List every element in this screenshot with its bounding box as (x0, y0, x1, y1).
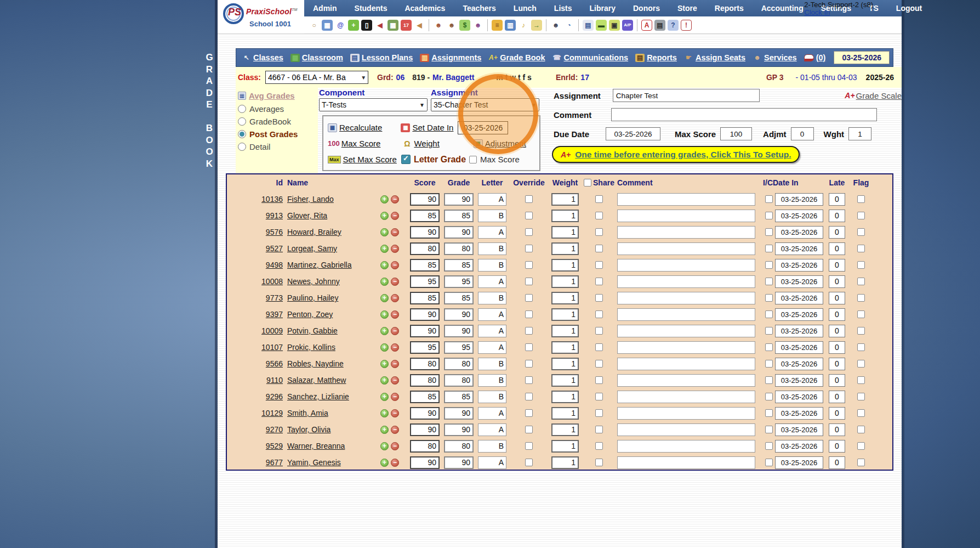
letter-input[interactable] (478, 358, 506, 370)
subtract-points-icon[interactable]: − (391, 459, 399, 467)
sound-icon[interactable]: ◀ (374, 20, 385, 31)
ic-checkbox[interactable] (765, 294, 773, 302)
letter-input[interactable] (478, 325, 506, 337)
ic-checkbox[interactable] (765, 310, 773, 318)
subtract-points-icon[interactable]: − (391, 212, 399, 220)
ic-checkbox[interactable] (765, 393, 773, 400)
student-name-link[interactable]: Salazar, Matthew (287, 376, 346, 385)
add-points-icon[interactable]: + (380, 212, 389, 220)
flag-checkbox[interactable] (857, 393, 865, 400)
student-name-link[interactable]: Smith, Amia (287, 409, 328, 417)
comment-input[interactable] (617, 242, 755, 255)
flag-checkbox[interactable] (857, 409, 865, 417)
student-name-link[interactable]: Sanchez, Lizlianie (287, 392, 349, 401)
student-id-link[interactable]: 9677 (266, 458, 283, 467)
share-checkbox[interactable] (595, 261, 603, 269)
score-input[interactable] (410, 358, 440, 370)
score-input[interactable] (410, 407, 440, 420)
grade-input[interactable] (444, 456, 474, 469)
nav-reports[interactable]: ▤Reports (635, 53, 677, 62)
radio-button[interactable] (238, 117, 246, 126)
score-input[interactable] (410, 325, 440, 337)
comment-input[interactable] (617, 226, 755, 239)
grade-input[interactable] (444, 440, 474, 453)
ic-checkbox[interactable] (765, 212, 773, 219)
ic-checkbox[interactable] (765, 327, 773, 335)
weight-input[interactable] (551, 242, 579, 255)
date-in-input[interactable] (775, 374, 823, 387)
override-checkbox[interactable] (525, 294, 533, 302)
add-points-icon[interactable]: + (380, 195, 389, 204)
add-points-icon[interactable]: + (380, 294, 389, 302)
chat-icon[interactable]: + (348, 20, 359, 31)
subtract-points-icon[interactable]: − (391, 327, 399, 335)
flag-checkbox[interactable] (857, 442, 865, 450)
student-id-link[interactable]: 10129 (261, 409, 283, 417)
override-checkbox[interactable] (525, 310, 533, 318)
override-checkbox[interactable] (525, 376, 533, 384)
flag-checkbox[interactable] (857, 360, 865, 368)
student-id-link[interactable]: 9773 (266, 293, 283, 302)
lunch-icon[interactable]: ≡ (492, 20, 503, 31)
top-nav-lunch[interactable]: Lunch (505, 0, 545, 16)
flag-checkbox[interactable] (857, 245, 865, 252)
date-in-input[interactable] (775, 292, 823, 304)
override-checkbox[interactable] (525, 261, 533, 269)
add-points-icon[interactable]: + (380, 343, 389, 352)
phone-icon[interactable]: ▯ (361, 20, 372, 31)
letter-input[interactable] (478, 341, 506, 354)
adjustment-link[interactable]: Adjustment (485, 139, 526, 148)
weight-input[interactable] (551, 226, 579, 239)
add-points-icon[interactable]: + (380, 278, 389, 286)
student-name-link[interactable]: Taylor, Olivia (287, 425, 331, 434)
component-select[interactable]: T-Tests▼ (319, 98, 428, 111)
share-checkbox[interactable] (595, 327, 603, 335)
send-note-icon[interactable]: → (531, 20, 542, 31)
comment-input[interactable] (617, 292, 755, 304)
subtract-points-icon[interactable]: − (391, 442, 399, 450)
share-checkbox[interactable] (595, 228, 603, 236)
grade-input[interactable] (444, 308, 474, 321)
flag-checkbox[interactable] (857, 459, 865, 466)
weight-input[interactable] (551, 407, 579, 420)
late-input[interactable] (829, 275, 845, 288)
share-checkbox[interactable] (595, 310, 603, 318)
letter-input[interactable] (478, 374, 506, 387)
score-input[interactable] (410, 374, 440, 387)
nav-classes[interactable]: ↖Classes (242, 53, 283, 62)
student-name-link[interactable]: Prokic, Kollins (287, 343, 335, 352)
subtract-points-icon[interactable]: − (391, 343, 399, 352)
subtract-points-icon[interactable]: − (391, 245, 399, 253)
grade-input[interactable] (444, 275, 474, 288)
late-input[interactable] (829, 341, 845, 354)
share-checkbox[interactable] (595, 245, 603, 252)
grade-input[interactable] (444, 210, 474, 222)
family-icon[interactable]: ☻ (472, 20, 483, 31)
search-icon[interactable]: ○ (309, 20, 320, 31)
top-nav-students[interactable]: Students (346, 0, 396, 16)
stop-icon[interactable]: ! (681, 20, 692, 31)
student-id-link[interactable]: 9498 (266, 261, 283, 269)
student-name-link[interactable]: Glover, Rita (287, 211, 327, 220)
comment-input[interactable] (617, 391, 755, 403)
view-option-detail[interactable]: Detail (238, 142, 318, 151)
late-input[interactable] (829, 440, 845, 453)
share-checkbox[interactable] (595, 376, 603, 384)
flag-checkbox[interactable] (857, 426, 865, 433)
subtract-points-icon[interactable]: − (391, 360, 399, 368)
student-name-link[interactable]: Yamin, Genesis (287, 458, 341, 467)
share-checkbox[interactable] (595, 212, 603, 219)
late-input[interactable] (829, 325, 845, 337)
weight-input[interactable] (551, 325, 579, 337)
flag-checkbox[interactable] (857, 212, 865, 219)
student-name-link[interactable]: Robles, Naydine (287, 359, 344, 368)
student-name-link[interactable]: Fisher, Lando (287, 195, 334, 204)
student-name-link[interactable]: Martinez, Gabriella (287, 261, 352, 269)
top-nav-reports[interactable]: Reports (706, 0, 753, 16)
letter-input[interactable] (478, 210, 506, 222)
nav-assign-seats[interactable]: ☛Assign Seats (684, 53, 745, 62)
date-in-input[interactable] (775, 440, 823, 453)
grade-input[interactable] (444, 193, 474, 206)
override-checkbox[interactable] (525, 327, 533, 335)
share-checkbox[interactable] (595, 426, 603, 433)
